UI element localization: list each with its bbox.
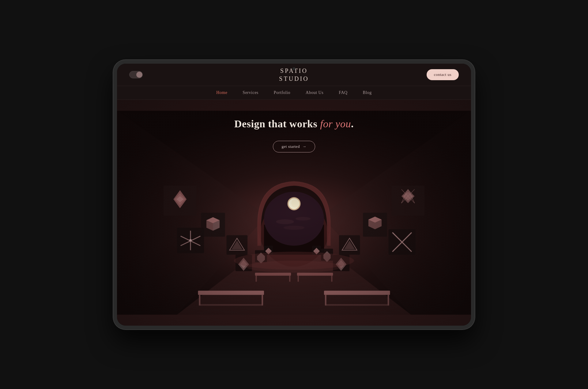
header-left [129,71,143,78]
toggle-knob [136,72,142,78]
cta-label: get started [282,144,300,149]
nav-item-about[interactable]: About Us [306,90,323,95]
headline-start: Design that works [234,118,320,129]
nav-item-services[interactable]: Services [243,90,258,95]
hero-section: Design that works for you. get started → [117,100,471,326]
headline-accent: for you [320,118,351,129]
device-frame: SPATIO STUDIO contact us Home Services P… [113,60,475,329]
nav-item-home[interactable]: Home [216,90,227,95]
hero-headline: Design that works for you. [234,118,354,130]
nav-item-blog[interactable]: Blog [363,90,372,95]
cta-arrow: → [302,144,307,149]
get-started-button[interactable]: get started → [273,141,315,152]
logo-line2: STUDIO [279,75,309,83]
navigation: Home Services Portfolio About Us FAQ Blo… [117,86,471,100]
nav-item-faq[interactable]: FAQ [339,90,347,95]
nav-item-portfolio[interactable]: Portfolio [274,90,290,95]
hero-text-block: Design that works for you. get started → [234,118,354,152]
header: SPATIO STUDIO contact us [117,64,471,86]
theme-toggle[interactable] [129,71,143,78]
contact-button[interactable]: contact us [427,69,459,80]
headline-end: . [351,118,354,129]
screen: SPATIO STUDIO contact us Home Services P… [117,64,471,326]
camera [292,67,296,70]
